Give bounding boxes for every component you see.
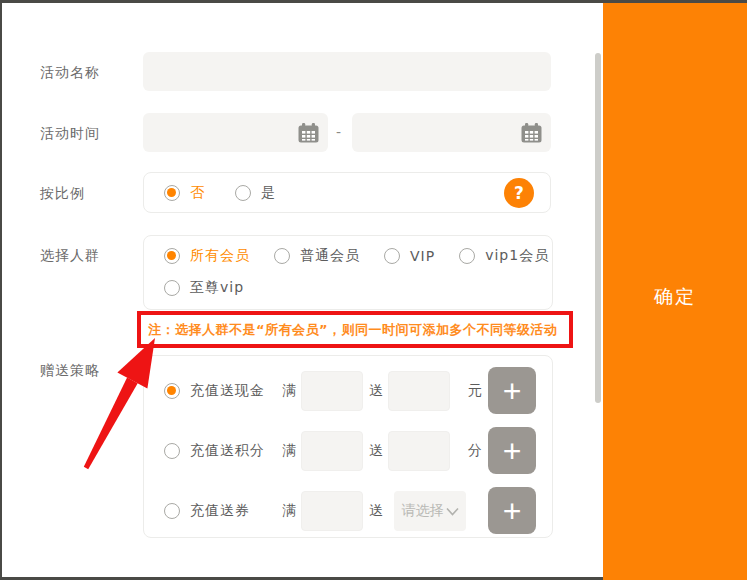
side-panel: 确定: [603, 3, 747, 580]
radio-option-yes[interactable]: 是: [235, 184, 276, 202]
start-date-input[interactable]: [143, 113, 328, 152]
note-text: 注：选择人群不是“所有会员”，则同一时间可添加多个不同等级活动: [141, 321, 558, 339]
radio-unselected-icon[interactable]: [164, 503, 180, 519]
strategy-name: 充值送积分: [190, 442, 278, 460]
threshold-prefix: 满: [282, 382, 297, 400]
calendar-icon: [521, 123, 542, 143]
add-rule-button[interactable]: +: [488, 427, 536, 474]
unit-label: 分: [468, 442, 483, 460]
gift-prefix: 送: [369, 382, 384, 400]
help-icon[interactable]: ?: [504, 178, 534, 208]
strategy-row-points: 充值送积分 满 送 分 +: [144, 421, 552, 481]
date-range-separator: -: [336, 124, 341, 140]
radio-unselected-icon: [274, 248, 290, 264]
by-ratio-label: 按比例: [40, 185, 85, 203]
radio-option-supreme-vip[interactable]: 至尊vip: [164, 279, 244, 297]
radio-option-normal-members[interactable]: 普通会员: [274, 247, 360, 265]
radio-selected-icon: [164, 185, 180, 201]
threshold-amount-input[interactable]: [301, 491, 363, 531]
radio-option-label: 所有会员: [190, 247, 250, 265]
note-annotation-box: 注：选择人群不是“所有会员”，则同一时间可添加多个不同等级活动: [137, 311, 573, 348]
radio-unselected-icon: [235, 185, 251, 201]
chevron-down-icon: [446, 507, 459, 516]
radio-unselected-icon[interactable]: [164, 443, 180, 459]
strategy-row-cash: 充值送现金 满 送 元 +: [144, 361, 552, 421]
radio-unselected-icon: [459, 248, 475, 264]
gift-amount-input[interactable]: [388, 431, 450, 471]
scrollbar-thumb[interactable]: [595, 53, 601, 403]
radio-option-vip1[interactable]: vip1会员: [459, 247, 549, 265]
activity-name-label: 活动名称: [40, 64, 100, 82]
strategy-row-coupon: 充值送券 满 送 请选择 +: [144, 481, 552, 541]
radio-option-all-members[interactable]: 所有会员: [164, 247, 250, 265]
unit-label: 元: [468, 382, 483, 400]
radio-option-label: 否: [190, 184, 205, 202]
radio-option-label: vip1会员: [485, 247, 549, 265]
coupon-select[interactable]: 请选择: [394, 491, 466, 531]
dialog-border-top: [0, 0, 747, 3]
radio-option-no[interactable]: 否: [164, 184, 205, 202]
radio-option-vip[interactable]: VIP: [384, 248, 435, 264]
audience-label: 选择人群: [40, 247, 100, 265]
radio-option-label: VIP: [410, 248, 435, 264]
radio-unselected-icon: [164, 280, 180, 296]
gift-prefix: 送: [369, 442, 384, 460]
threshold-amount-input[interactable]: [301, 431, 363, 471]
activity-name-input[interactable]: [143, 52, 551, 91]
threshold-prefix: 满: [282, 502, 297, 520]
gift-amount-input[interactable]: [388, 371, 450, 411]
by-ratio-group: 否 是 ?: [143, 172, 551, 213]
radio-selected-icon: [164, 248, 180, 264]
strategy-name: 充值送现金: [190, 382, 278, 400]
radio-option-label: 是: [261, 184, 276, 202]
radio-option-label: 至尊vip: [190, 279, 244, 297]
add-rule-button[interactable]: +: [488, 487, 536, 534]
calendar-icon: [298, 123, 319, 143]
activity-time-label: 活动时间: [40, 125, 100, 143]
coupon-select-placeholder: 请选择: [402, 502, 444, 520]
radio-unselected-icon: [384, 248, 400, 264]
threshold-prefix: 满: [282, 442, 297, 460]
strategy-group: 充值送现金 满 送 元 + 充值送积分 满 送 分 + 充值送券: [143, 355, 553, 538]
radio-selected-icon[interactable]: [164, 383, 180, 399]
strategy-name: 充值送券: [190, 502, 278, 520]
threshold-amount-input[interactable]: [301, 371, 363, 411]
strategy-label: 赠送策略: [40, 362, 100, 380]
add-rule-button[interactable]: +: [488, 367, 536, 414]
recharge-activity-dialog: 活动名称 活动时间 -: [0, 0, 747, 580]
end-date-input[interactable]: [352, 113, 551, 152]
confirm-button[interactable]: 确定: [603, 284, 747, 310]
audience-group: 所有会员 普通会员 VIP vip1会员 至尊vip: [143, 235, 553, 310]
gift-prefix: 送: [369, 502, 384, 520]
dialog-border-left: [0, 0, 2, 580]
radio-option-label: 普通会员: [300, 247, 360, 265]
